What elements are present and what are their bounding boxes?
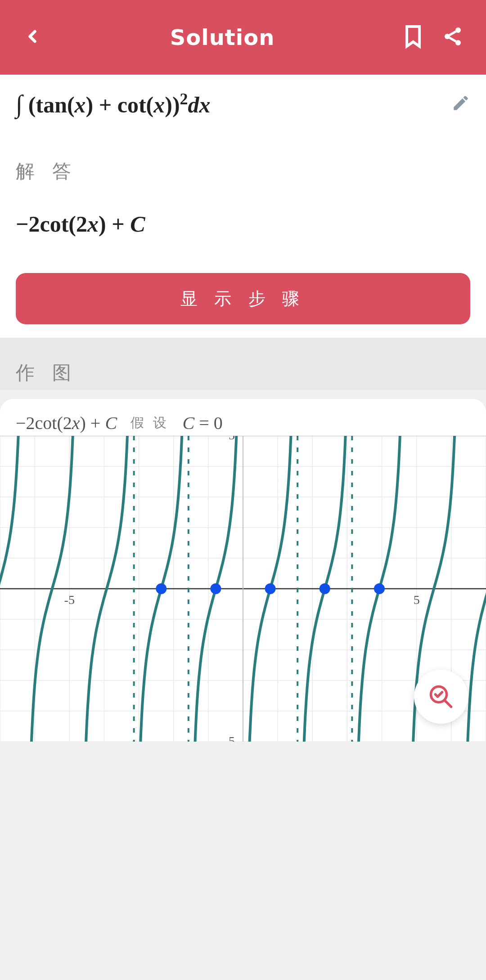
show-steps-button[interactable]: 显 示 步 骤 bbox=[16, 273, 470, 324]
svg-point-39 bbox=[210, 583, 221, 594]
svg-line-4 bbox=[450, 38, 456, 41]
svg-point-38 bbox=[156, 583, 166, 594]
app-header: Solution bbox=[0, 0, 486, 75]
svg-text:5: 5 bbox=[229, 436, 235, 442]
svg-point-41 bbox=[320, 583, 330, 594]
edit-icon[interactable] bbox=[451, 94, 470, 114]
share-icon[interactable] bbox=[442, 26, 464, 49]
graph-card: −2cot(2x) + C 假 设 C = 0 -55-55 bbox=[0, 399, 486, 742]
bookmark-icon[interactable] bbox=[402, 23, 424, 51]
solution-label: 解 答 bbox=[16, 159, 470, 184]
svg-point-0 bbox=[455, 27, 461, 33]
graph-section-label: 作 图 bbox=[0, 338, 486, 390]
page-title: Solution bbox=[42, 25, 402, 50]
function-plot[interactable]: -55-55 bbox=[0, 436, 486, 742]
svg-point-42 bbox=[374, 583, 385, 594]
solution-card: ∫ (tan(x) + cot(x))2dx 解 答 −2cot(2x) + C… bbox=[0, 75, 486, 338]
back-icon[interactable] bbox=[22, 27, 42, 48]
svg-text:5: 5 bbox=[414, 593, 420, 607]
solution-answer: −2cot(2x) + C bbox=[16, 211, 470, 237]
svg-point-1 bbox=[445, 34, 450, 39]
svg-point-40 bbox=[265, 583, 276, 594]
graph-assume-label: 假 设 bbox=[130, 414, 169, 432]
graph-constant: C = 0 bbox=[183, 412, 223, 434]
svg-point-2 bbox=[455, 40, 461, 45]
zoom-button[interactable] bbox=[414, 670, 468, 724]
svg-line-48 bbox=[445, 701, 451, 707]
problem-formula: ∫ (tan(x) + cot(x))2dx bbox=[16, 89, 211, 118]
svg-text:-5: -5 bbox=[225, 734, 235, 742]
graph-function: −2cot(2x) + C bbox=[16, 412, 117, 434]
svg-line-3 bbox=[450, 31, 456, 35]
svg-text:-5: -5 bbox=[64, 593, 75, 607]
